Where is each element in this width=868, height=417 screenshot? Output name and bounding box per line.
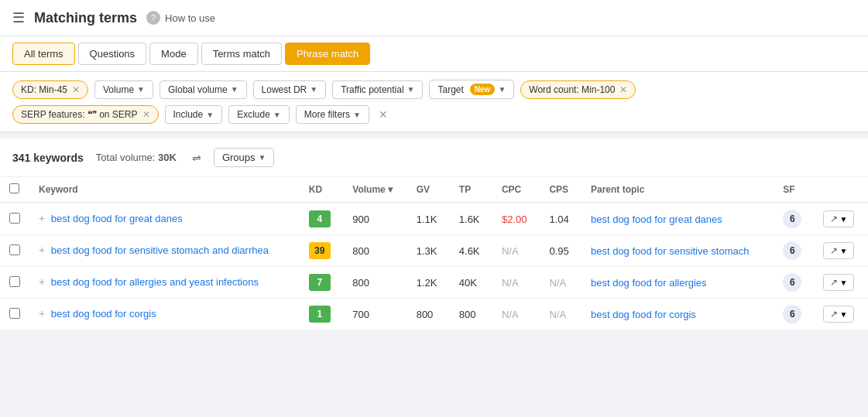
volume-filter-btn[interactable]: Volume ▼ [94,80,153,99]
row-expand-icon[interactable]: + [39,244,45,256]
row-checkbox-cell [0,299,29,330]
trend-button[interactable]: ↗ ▼ [823,306,854,323]
row-parent-topic-cell: best dog food for great danes [582,203,774,235]
table-row: + best dog food for sensitive stomach an… [0,235,868,267]
trend-button[interactable]: ↗ ▼ [823,274,854,291]
th-cpc: CPC [492,177,540,203]
lowest-dr-chevron-icon: ▼ [310,85,317,94]
parent-topic-link[interactable]: best dog food for sensitive stomach [591,245,750,257]
include-filter-btn[interactable]: Include ▼ [165,105,223,124]
exclude-chevron-icon: ▼ [273,111,281,119]
row-expand-icon[interactable]: + [39,307,45,320]
word-count-filter-close[interactable]: ✕ [619,84,627,95]
row-cpc-cell: N/A [492,299,540,330]
target-filter-btn[interactable]: Target New ▼ [429,80,514,99]
kd-badge: 39 [309,242,331,259]
sf-badge: 6 [783,241,801,260]
th-tp: TP [450,177,492,203]
tab-all-terms[interactable]: All terms [12,43,75,65]
row-gv-cell: 1.1K [407,203,450,235]
clear-all-filters-icon[interactable]: ✕ [379,108,388,121]
how-to-use-link[interactable]: How to use [165,12,215,24]
row-parent-topic-cell: best dog food for allergies [582,267,774,299]
row-sf-cell: 6 [774,267,814,299]
row-tp-cell: 40K [450,267,492,299]
tabs-bar: All terms Questions Mode Terms match Phr… [0,36,868,72]
row-checkbox[interactable] [9,276,20,287]
trend-icon: ↗ [830,277,838,288]
filter-row-2: SERP features: ❝❞ on SERP ✕ Include ▼ Ex… [12,105,856,124]
sf-badge: 6 [783,210,801,228]
table-row: + best dog food for corgis 1 700 800 800… [0,299,868,330]
parent-topic-link[interactable]: best dog food for corgis [591,309,696,320]
keyword-link[interactable]: best dog food for allergies and yeast in… [51,276,259,288]
row-checkbox[interactable] [9,244,20,255]
tab-phrase-match[interactable]: Phrase match [285,43,370,65]
keyword-link[interactable]: best dog food for corgis [51,308,156,320]
row-actions-cell: ↗ ▼ [814,267,868,299]
traffic-potential-filter-btn[interactable]: Traffic potential ▼ [332,80,423,99]
row-keyword-cell: + best dog food for allergies and yeast … [29,267,300,299]
word-count-filter-chip[interactable]: Word count: Min-100 ✕ [520,80,636,99]
row-sf-cell: 6 [774,299,814,330]
tab-terms-match[interactable]: Terms match [201,43,282,65]
parent-topic-link[interactable]: best dog food for allergies [591,277,707,289]
keyword-link[interactable]: best dog food for sensitive stomach and … [51,244,269,256]
summary-row: 341 keywords Total volume: 30K ⇌ Groups … [0,138,868,177]
help-icon[interactable]: ? [146,11,160,25]
row-cps-cell: 1.04 [540,203,582,235]
row-expand-icon[interactable]: + [39,275,45,288]
serp-filter-close[interactable]: ✕ [142,109,150,120]
row-checkbox[interactable] [9,213,20,224]
tab-questions[interactable]: Questions [78,43,147,65]
th-volume[interactable]: Volume ▾ [343,177,407,203]
th-keyword: Keyword [29,177,300,203]
row-parent-topic-cell: best dog food for sensitive stomach [582,235,774,267]
more-filters-btn[interactable]: More filters ▼ [296,105,369,124]
tab-mode[interactable]: Mode [149,43,198,65]
lowest-dr-filter-btn[interactable]: Lowest DR ▼ [253,80,327,99]
row-actions-cell: ↗ ▼ [814,235,868,267]
kd-filter-chip[interactable]: KD: Min-45 ✕ [12,80,88,99]
page-title: Matching terms [34,10,137,26]
row-action-buttons: ↗ ▼ [823,210,859,227]
trend-button[interactable]: ↗ ▼ [823,210,854,227]
trend-chevron-icon: ▼ [839,310,847,319]
filters-section: KD: Min-45 ✕ Volume ▼ Global volume ▼ Lo… [0,72,868,132]
groups-button[interactable]: Groups ▼ [214,148,275,167]
keyword-link[interactable]: best dog food for great danes [51,213,183,224]
global-volume-chevron-icon: ▼ [231,85,238,94]
parent-topic-link[interactable]: best dog food for great danes [591,214,722,225]
menu-icon[interactable]: ☰ [12,9,25,26]
select-all-checkbox[interactable] [9,183,19,193]
volume-chevron-icon: ▼ [137,85,145,94]
row-cpc-cell: N/A [492,267,540,299]
exclude-filter-btn[interactable]: Exclude ▼ [228,105,290,124]
kd-badge: 7 [309,274,331,291]
global-volume-filter-btn[interactable]: Global volume ▼ [160,80,247,99]
row-expand-icon[interactable]: + [39,212,45,224]
th-parent-topic: Parent topic [582,177,774,203]
total-volume-label: Total volume: 30K [96,152,177,163]
row-action-buttons: ↗ ▼ [823,242,859,259]
row-cpc-cell: N/A [492,235,540,267]
row-gv-cell: 1.3K [407,235,450,267]
row-actions-cell: ↗ ▼ [814,203,868,235]
traffic-potential-chevron-icon: ▼ [407,85,415,94]
trend-icon: ↗ [830,309,838,320]
include-chevron-icon: ▼ [206,111,214,119]
trend-button[interactable]: ↗ ▼ [823,242,854,259]
kd-filter-close[interactable]: ✕ [72,84,80,95]
th-actions [814,177,868,203]
th-gv: GV [407,177,450,203]
th-cps: CPS [540,177,582,203]
trend-chevron-icon: ▼ [839,215,847,224]
row-checkbox[interactable] [9,308,20,319]
row-volume-cell: 700 [343,299,407,330]
row-kd-cell: 4 [300,203,344,235]
row-keyword-cell: + best dog food for corgis [29,299,300,330]
groups-chevron-icon: ▼ [259,153,266,162]
serp-filter-chip[interactable]: SERP features: ❝❞ on SERP ✕ [12,105,159,124]
more-filters-chevron-icon: ▼ [353,111,361,119]
row-kd-cell: 1 [300,299,344,330]
